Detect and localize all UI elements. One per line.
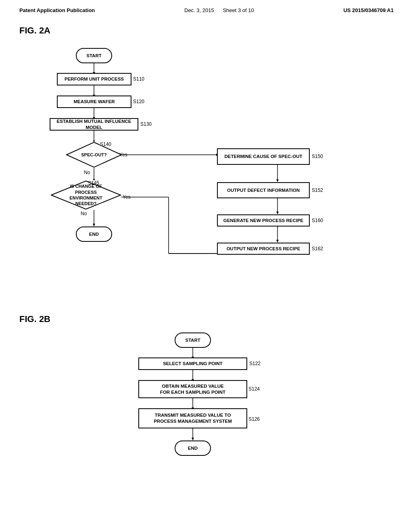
s162-label: S162 xyxy=(312,246,323,251)
svg-marker-21 xyxy=(276,212,279,214)
s130-label: S130 xyxy=(140,121,152,127)
header-publication-type: Patent Application Publication xyxy=(19,7,95,13)
fig-2b-label: FIG. 2B xyxy=(19,314,394,324)
page-header: Patent Application Publication Dec. 3, 2… xyxy=(0,0,413,13)
s122-node: SELECT SAMPLING POINT xyxy=(138,357,247,370)
s110-node: PERFORM UNIT PROCESS xyxy=(57,73,131,85)
header-patent-number: US 2015/0346709 A1 xyxy=(343,7,394,13)
s140-diamond: SPEC-OUT? xyxy=(66,141,122,168)
start-node-2a: START xyxy=(76,48,112,63)
svg-marker-19 xyxy=(276,179,279,182)
s150-node: DETERMINE CAUSE OF SPEC-OUT xyxy=(217,148,310,165)
s160-label: S160 xyxy=(312,218,323,223)
header-date-sheet: Dec. 3, 2015 Sheet 3 of 10 xyxy=(184,7,254,13)
flowchart-2b: START SELECT SAMPLING POINT S122 OBTAIN … xyxy=(19,328,390,530)
header-sheet: Sheet 3 of 10 xyxy=(223,7,254,13)
s160-node: GENERATE NEW PROCESS RECIPE xyxy=(217,214,310,227)
s126-label: S126 xyxy=(248,416,260,422)
s124-node: OBTAIN MEASURED VALUE FOR EACH SAMPLING … xyxy=(138,380,247,398)
s145-no-label: No xyxy=(81,211,87,216)
s162-node: OUTPUT NEW PROCESS RECIPE xyxy=(217,243,310,255)
end-node-2a: END xyxy=(76,227,112,242)
s150-label: S150 xyxy=(312,154,323,159)
svg-marker-17 xyxy=(93,224,95,227)
s130-node: ESTABLISH MUTUAL INFLUENCE MODEL xyxy=(50,118,138,131)
s120-node: MEASURE WAFER xyxy=(57,96,131,108)
s145-diamond: IS CHANGE OF PROCESS ENVIRONMENT NEEDED? xyxy=(51,180,121,210)
s120-label: S120 xyxy=(133,99,144,104)
s152-label: S152 xyxy=(312,187,323,193)
svg-marker-23 xyxy=(276,240,279,243)
flowchart-2a: START PERFORM UNIT PROCESS S110 MEASURE … xyxy=(19,40,390,298)
s110-label: S110 xyxy=(133,76,144,82)
s140-yes-label: Yes xyxy=(119,152,127,158)
s145-yes-label: Yes xyxy=(123,194,131,200)
s140-label: S140 xyxy=(100,141,111,147)
main-content: FIG. 2A xyxy=(0,13,413,532)
s126-node: TRANSMIT MEASURED VALUE TO PROCESS MANAG… xyxy=(138,408,247,428)
s140-no-label: No xyxy=(84,170,90,175)
s122-label: S122 xyxy=(249,361,261,366)
s124-label: S124 xyxy=(248,386,260,392)
end-node-2b: END xyxy=(175,441,211,456)
fig-2a-label: FIG. 2A xyxy=(19,25,394,36)
header-date: Dec. 3, 2015 xyxy=(184,7,214,13)
svg-marker-34 xyxy=(192,438,194,441)
s152-node: OUTPUT DEFECT INFORMATION xyxy=(217,182,310,198)
start-node-2b: START xyxy=(175,332,211,348)
